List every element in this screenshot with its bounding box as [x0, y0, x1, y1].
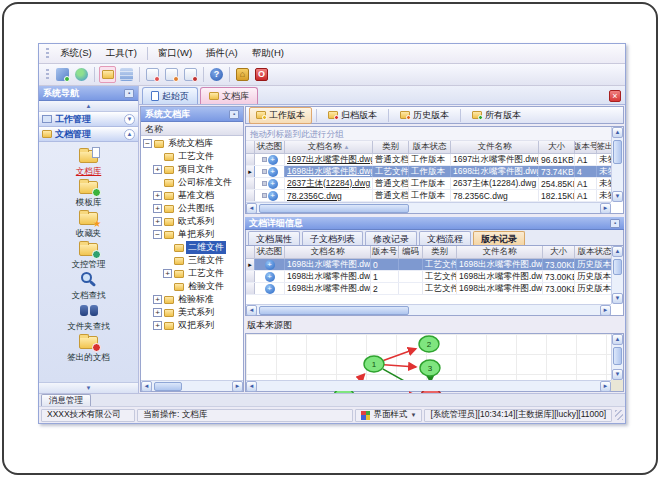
- expand-icon[interactable]: +: [153, 308, 162, 317]
- scroll-thumb[interactable]: [613, 347, 622, 365]
- scroll-left-icon[interactable]: ◄: [141, 381, 152, 392]
- scroll-right-icon[interactable]: ►: [600, 381, 611, 392]
- tree-item[interactable]: 检验文件: [141, 280, 243, 293]
- column-header[interactable]: 版本状态: [409, 141, 451, 154]
- menu-system[interactable]: 系统(S): [53, 45, 99, 62]
- close-icon[interactable]: ×: [609, 90, 621, 102]
- tab-document-library[interactable]: 文档库: [200, 87, 258, 104]
- column-header[interactable]: 文档名称: [285, 246, 371, 259]
- table-row[interactable]: +1697出水嘴零件图.dwg普通文档工作版本1697出水嘴零件图.dwg96.…: [246, 154, 611, 166]
- tree-item[interactable]: −系统文档库: [141, 137, 243, 150]
- table-row[interactable]: +1698出水嘴零件图.dwg1工艺文件1698出水嘴零件图.dwg73.00K…: [246, 271, 611, 283]
- scroll-left-icon[interactable]: ◄: [246, 381, 257, 392]
- expand-icon[interactable]: +: [153, 165, 162, 174]
- menu-tools[interactable]: 工具(T): [99, 45, 144, 62]
- expand-icon[interactable]: +: [163, 269, 172, 278]
- scroll-thumb[interactable]: [613, 259, 622, 275]
- window-list-icon[interactable]: [118, 66, 135, 83]
- sidebar-item-doc-search[interactable]: 文档查找: [72, 271, 106, 302]
- tree-item[interactable]: +欧式系列: [141, 215, 243, 228]
- work-version-button[interactable]: 工作版本: [249, 107, 312, 124]
- tab-start-page[interactable]: 起始页: [142, 87, 198, 104]
- history-version-button[interactable]: 历史版本: [393, 107, 456, 124]
- tab-doc-properties[interactable]: 文档属性: [248, 231, 300, 245]
- column-header[interactable]: 文件名称: [451, 141, 539, 154]
- tab-version-record[interactable]: 版本记录: [473, 231, 525, 245]
- table-row[interactable]: +78.2356C.dwg普通文档工作版本78.2356C.dwg182.15K…: [246, 190, 611, 202]
- scroll-right-icon[interactable]: ►: [600, 305, 611, 316]
- scroll-thumb[interactable]: [259, 306, 409, 315]
- sidebar-group-document[interactable]: 文档管理▲: [39, 127, 138, 142]
- sidebar-item-folder-search[interactable]: 文件夹查找: [67, 302, 110, 333]
- exit-icon[interactable]: O: [253, 66, 270, 83]
- scroll-right-icon[interactable]: ►: [232, 381, 243, 392]
- column-header[interactable]: 类别: [423, 246, 457, 259]
- sidebar-scroll-down[interactable]: ▼: [39, 382, 138, 393]
- scroll-thumb[interactable]: [259, 204, 409, 213]
- tree-item[interactable]: +公共图纸: [141, 202, 243, 215]
- message-manager-tab[interactable]: 消息管理: [41, 394, 91, 406]
- tree-item[interactable]: −单把系列: [141, 228, 243, 241]
- collapse-icon[interactable]: −: [143, 139, 152, 148]
- tree-item[interactable]: +美式系列: [141, 306, 243, 319]
- globe-icon[interactable]: [73, 66, 90, 83]
- doc-edit-icon[interactable]: [163, 66, 180, 83]
- tree-item[interactable]: +基准文档: [141, 189, 243, 202]
- graph-node-1[interactable]: 1: [364, 356, 384, 372]
- scroll-thumb[interactable]: [613, 140, 622, 164]
- table-hscrollbar[interactable]: ◄ ►: [246, 202, 611, 213]
- column-header[interactable]: 版本状态: [575, 246, 611, 259]
- document-library-toolbar-icon[interactable]: [99, 66, 116, 83]
- pin-icon[interactable]: ▪: [124, 89, 134, 98]
- tree-item[interactable]: +检验标准: [141, 293, 243, 306]
- help-icon[interactable]: ?: [208, 66, 225, 83]
- collapse-icon[interactable]: −: [153, 230, 162, 239]
- tree-item[interactable]: 工艺文件: [141, 150, 243, 163]
- doc-report-icon[interactable]: [144, 66, 161, 83]
- sidebar-scroll-up[interactable]: ▲: [39, 101, 138, 112]
- tree-hscrollbar[interactable]: ◄ ►: [141, 380, 243, 391]
- scroll-right-icon[interactable]: ►: [600, 203, 611, 214]
- table-hscrollbar[interactable]: ◄ ►: [246, 304, 611, 315]
- tree-item[interactable]: 二维文件: [141, 241, 243, 254]
- resize-grip[interactable]: [615, 410, 623, 420]
- column-header[interactable]: 大小: [539, 141, 575, 154]
- tab-modify-record[interactable]: 修改记录: [365, 231, 417, 245]
- graph-node-2[interactable]: 2: [419, 336, 439, 352]
- table-vscrollbar[interactable]: ▲ ▼: [611, 246, 623, 304]
- ui-style-selector[interactable]: 界面样式 ▼: [355, 409, 422, 422]
- sidebar-item-template-library[interactable]: 模板库: [76, 178, 102, 209]
- tree-item[interactable]: +双把系列: [141, 319, 243, 332]
- sidebar-group-work[interactable]: 工作管理▼: [39, 112, 138, 127]
- scroll-left-icon[interactable]: ◄: [246, 305, 257, 316]
- table-row[interactable]: ▸+1698出水嘴零件图.dwg工艺文件工作版本1698出水嘴零件图.dwg73…: [246, 166, 611, 178]
- expand-icon[interactable]: +: [153, 191, 162, 200]
- sidebar-item-doc-control[interactable]: 文控管理: [72, 240, 106, 271]
- column-header[interactable]: 状态图: [255, 141, 285, 154]
- sidebar-item-checked-out-docs[interactable]: 签出的文档: [67, 333, 110, 364]
- table-vscrollbar[interactable]: ▲ ▼: [611, 127, 623, 202]
- column-header[interactable]: 版本号: [371, 246, 399, 259]
- expand-icon[interactable]: +: [153, 217, 162, 226]
- tab-subdoc-list[interactable]: 子文档列表: [302, 231, 363, 245]
- drag-handle[interactable]: [46, 69, 49, 81]
- column-header[interactable]: 签出状态: [597, 141, 611, 154]
- column-header[interactable]: 类别: [373, 141, 409, 154]
- sidebar-item-favorites[interactable]: ★收藏夹: [76, 209, 102, 240]
- scroll-left-icon[interactable]: ◄: [246, 203, 257, 214]
- column-header[interactable]: 编码: [399, 246, 423, 259]
- menu-plugins[interactable]: 插件(A): [199, 45, 245, 62]
- archive-version-button[interactable]: 归档版本: [321, 107, 384, 124]
- all-version-button[interactable]: 所有版本: [465, 107, 528, 124]
- sidebar-item-document-library[interactable]: 文档库: [76, 147, 102, 178]
- new-window-icon[interactable]: [54, 66, 71, 83]
- scroll-down-icon[interactable]: ▼: [612, 369, 623, 380]
- scroll-up-icon[interactable]: ▲: [612, 246, 623, 257]
- chevron-up-icon[interactable]: ▲: [124, 129, 135, 140]
- table-row[interactable]: ▸+1698出水嘴零件图.dwg0工艺文件1698出水嘴零件图.dwg73.00…: [246, 259, 611, 271]
- chevron-down-icon[interactable]: ▼: [124, 114, 135, 125]
- lock-icon[interactable]: ⌂: [234, 66, 251, 83]
- tree-item[interactable]: 三维文件: [141, 254, 243, 267]
- scroll-down-icon[interactable]: ▼: [612, 293, 623, 304]
- graph-node-3[interactable]: 3: [420, 360, 440, 376]
